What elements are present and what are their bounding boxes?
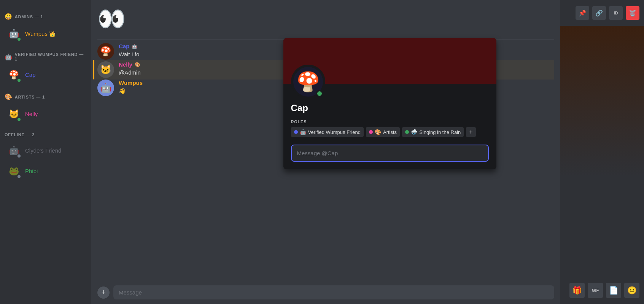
member-item-clydes-friend[interactable]: 🤖Clyde's Friend: [3, 141, 88, 161]
member-name-clydes-friend: Clyde's Friend: [25, 147, 61, 154]
section-header-artists: 🎨ARTISTS — 1: [3, 91, 88, 103]
avatar-wrapper-wumpus: 🤖: [6, 26, 21, 41]
section-label-verified: VERIFIED WUMPUS FRIEND — 1: [15, 52, 87, 61]
section-header-verified: 🤖VERIFIED WUMPUS FRIEND — 1: [3, 50, 88, 64]
section-header-offline: OFFLINE — 2: [3, 130, 88, 139]
profile-name: Cap: [291, 103, 489, 113]
section-icon-verified: 🤖: [5, 53, 13, 60]
msg-badge-msg1: 🤖: [132, 44, 137, 49]
role-icon-singing-in-rain: 🌧️: [411, 129, 417, 135]
section-header-admins: 😀ADMINS — 1: [3, 11, 88, 22]
member-item-phibi[interactable]: 🐸Phibi: [3, 161, 88, 181]
members-sidebar: 😀ADMINS — 1🤖Wumpus 👑🤖VERIFIED WUMPUS FRI…: [0, 0, 91, 304]
member-name-cap: Cap: [25, 72, 36, 78]
role-badge-artists: 🎨Artists: [366, 127, 400, 137]
role-dot-singing-in-rain: [405, 130, 409, 134]
status-dot-clydes-friend: [17, 154, 21, 158]
right-bottom-actions: 🎁GIF📄😐: [560, 277, 644, 304]
member-name-text-wumpus: Wumpus 👑: [25, 30, 56, 37]
member-name-text-phibi: Phibi: [25, 168, 38, 174]
right-panel: 📌🔗ID🗑️ 🎁GIF📄😐: [560, 0, 644, 304]
section-label-admins: ADMINS — 1: [15, 14, 43, 19]
roles-list: 🤖Verified Wumpus Friend🎨Artists🌧️Singing…: [291, 127, 489, 137]
role-icon-verified-wumpus-friend: 🤖: [300, 129, 306, 135]
profile-avatar-status-dot: [316, 90, 323, 97]
member-item-nelly[interactable]: 🐱Nelly: [3, 104, 88, 124]
role-label-verified-wumpus-friend: Verified Wumpus Friend: [308, 129, 361, 135]
right-top-actions: 📌🔗ID🗑️: [560, 0, 644, 26]
profile-message-input[interactable]: [291, 145, 489, 162]
gif-button[interactable]: GIF: [588, 283, 603, 298]
role-badge-singing-in-rain: 🌧️Singing in the Rain: [402, 127, 464, 137]
role-badge-verified-wumpus-friend: 🤖Verified Wumpus Friend: [291, 127, 364, 137]
pin-button[interactable]: 📌: [576, 6, 589, 20]
role-dot-verified-wumpus-friend: [294, 130, 298, 134]
add-message-button[interactable]: +: [97, 286, 110, 299]
link-button[interactable]: 🔗: [592, 6, 606, 20]
emoji-button[interactable]: 😐: [624, 283, 639, 298]
msg-avatar-msg2: 🐱: [97, 61, 114, 78]
status-dot-wumpus: [17, 37, 21, 41]
status-dot-cap: [17, 78, 21, 83]
role-icon-artists: 🎨: [375, 129, 381, 135]
avatar-wrapper-nelly: 🐱: [6, 107, 21, 122]
chat-input[interactable]: [113, 285, 554, 299]
member-name-text-cap: Cap: [25, 72, 36, 78]
delete-button[interactable]: 🗑️: [626, 6, 639, 20]
member-name-text-clydes-friend: Clyde's Friend: [25, 147, 61, 154]
msg-avatar-msg3: 🤖: [97, 80, 114, 96]
top-emoji-area: 👀: [91, 0, 560, 30]
avatar-wrapper-clydes-friend: 🤖: [6, 143, 21, 158]
avatar-wrapper-phibi: 🐸: [6, 164, 21, 179]
section-label-artists: ARTISTS — 1: [15, 95, 45, 99]
msg-avatar-msg1: 🍄: [97, 43, 114, 60]
member-name-wumpus: Wumpus 👑: [25, 30, 56, 37]
gift-button[interactable]: 🎁: [569, 283, 585, 298]
chat-input-bar: +: [91, 281, 560, 304]
role-label-singing-in-rain: Singing in the Rain: [419, 129, 461, 135]
msg-author-msg2: Nelly: [119, 61, 132, 68]
main-chat: 👀 🍄Cap🤖Wait I fo🐱Nelly🎨@Admin🤖Wumpus👋 + …: [91, 0, 560, 304]
role-label-artists: Artists: [383, 129, 397, 135]
msg-author-msg3: Wumpus: [119, 80, 143, 86]
top-emoji: 👀: [97, 8, 126, 30]
profile-roles-label: ROLES: [291, 119, 489, 124]
status-dot-nelly: [17, 117, 21, 122]
msg-author-msg1: Cap: [119, 43, 129, 49]
avatar-wrapper-cap: 🍄: [6, 67, 21, 83]
member-name-phibi: Phibi: [25, 168, 38, 175]
member-name-text-nelly: Nelly: [25, 111, 38, 117]
section-icon-admins: 😀: [5, 13, 13, 20]
sticker-button[interactable]: 📄: [606, 283, 621, 298]
member-badge-wumpus: 👑: [48, 31, 56, 37]
role-dot-artists: [369, 130, 373, 134]
member-item-cap[interactable]: 🍄Cap: [3, 65, 88, 85]
member-item-wumpus[interactable]: 🤖Wumpus 👑: [3, 24, 88, 44]
member-name-nelly: Nelly: [25, 111, 38, 118]
profile-popup[interactable]: 🍄 Cap ROLES 🤖Verified Wumpus Friend🎨Arti…: [283, 38, 496, 169]
status-dot-phibi: [17, 174, 21, 179]
profile-banner: 🍄: [283, 38, 496, 84]
id-button[interactable]: ID: [609, 6, 623, 20]
msg-badge-msg2: 🎨: [135, 62, 140, 67]
section-label-offline: OFFLINE — 2: [5, 132, 35, 137]
add-role-button[interactable]: +: [466, 127, 475, 137]
section-icon-artists: 🎨: [5, 93, 13, 100]
